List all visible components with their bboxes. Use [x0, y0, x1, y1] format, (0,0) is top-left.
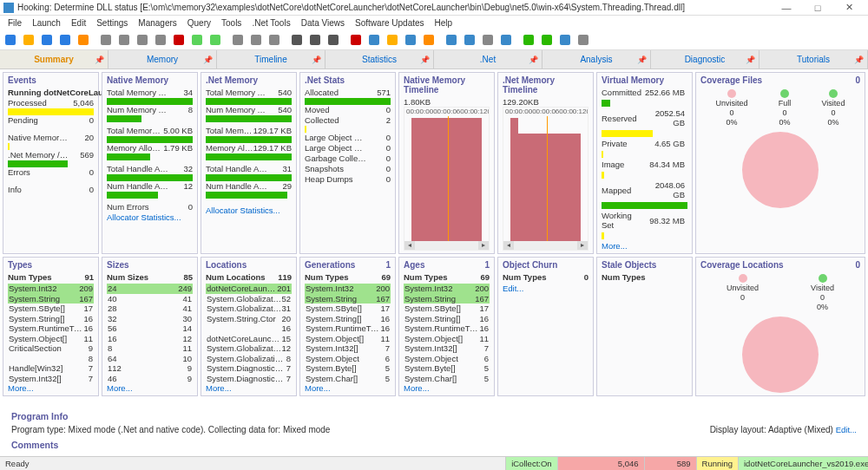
list-item[interactable]: System.Char[]5 [305, 374, 391, 384]
generations-more-link[interactable]: More... [305, 383, 391, 393]
tab-timeline[interactable]: Timeline📌 [217, 50, 326, 69]
list-item[interactable]: System.Object[]11 [305, 334, 391, 344]
zoom-fit-icon[interactable] [325, 31, 342, 49]
db-icon[interactable] [443, 31, 460, 49]
list-item[interactable]: System.Object6 [404, 354, 490, 364]
list-item[interactable]: 8 [8, 354, 94, 364]
locations-more-link[interactable]: More... [206, 383, 292, 393]
list-item[interactable]: 5614 [107, 323, 193, 334]
menu-edit[interactable]: Edit [67, 17, 90, 29]
menu-softwareupdates[interactable]: Software Updates [351, 17, 429, 29]
net-allocator-stats-link[interactable]: Allocator Statistics... [206, 206, 292, 215]
list-item[interactable]: System.Int32200 [404, 284, 490, 294]
filter-icon[interactable] [38, 31, 56, 49]
virtual-memory-more-link[interactable]: More... [602, 241, 687, 251]
native-allocator-stats-link[interactable]: Allocator Statistics... [107, 212, 193, 222]
ages-more-link[interactable]: More... [404, 383, 490, 393]
list-item[interactable]: 811 [107, 343, 193, 354]
list-item[interactable]: 24249 [107, 284, 193, 294]
list-item[interactable]: System.Int32200 [305, 284, 391, 294]
menu-query[interactable]: Query [183, 17, 215, 29]
types-more-link[interactable]: More... [8, 383, 94, 393]
zoom-out-icon[interactable] [288, 31, 306, 49]
list-item[interactable]: 1612 [107, 334, 193, 344]
list-item[interactable]: 4041 [107, 294, 193, 304]
menu-nettools[interactable]: .Net Tools [247, 17, 294, 29]
stop-icon[interactable] [170, 31, 187, 49]
list-item[interactable]: System.RuntimeType16 [404, 323, 490, 334]
minimize-button[interactable]: — [771, 1, 802, 15]
net-timeline-chart[interactable]: 00:00:0000:00:0600:00:1200:00:18 ◂▸ [503, 107, 589, 251]
list-item[interactable]: 1129 [107, 363, 193, 374]
list-item[interactable]: CriticalSection9 [8, 343, 94, 354]
list-item[interactable]: System.Diagnostics.Trac7 [206, 363, 292, 374]
list-item[interactable]: System.Object6 [305, 354, 391, 364]
list-item[interactable]: System.Diagnostics.Trac7 [206, 374, 292, 384]
menu-managers[interactable]: Managers [134, 17, 181, 29]
list-item[interactable]: System.Int32[]7 [404, 343, 490, 354]
list-item[interactable]: 6410 [107, 354, 193, 364]
tab-statistics[interactable]: Statistics📌 [326, 50, 434, 69]
settings-icon[interactable] [75, 31, 92, 49]
wand-icon[interactable] [97, 31, 115, 49]
grid-icon[interactable] [384, 31, 401, 49]
menu-settings[interactable]: Settings [92, 17, 132, 29]
marker-icon[interactable] [152, 31, 169, 49]
menu-launch[interactable]: Launch [28, 17, 65, 29]
list-item[interactable]: 3230 [107, 314, 193, 324]
pause-icon[interactable] [207, 31, 224, 49]
open-icon[interactable] [2, 31, 19, 49]
list-item[interactable]: System.Char[]5 [404, 374, 490, 384]
graph-icon[interactable] [479, 31, 496, 49]
recycle-icon[interactable] [556, 31, 574, 49]
erase-icon[interactable] [266, 31, 283, 49]
list-item[interactable]: System.SByte[]17 [404, 304, 490, 314]
display-layout-edit-link[interactable]: Edit... [836, 425, 857, 434]
flag-icon[interactable] [365, 31, 383, 49]
sizes-more-link[interactable]: More... [107, 383, 193, 393]
brush-icon[interactable] [115, 31, 133, 49]
list-item[interactable]: System.Int32[]7 [305, 343, 391, 354]
list-item[interactable]: System.Globalization.Cal12 [206, 343, 292, 354]
list-item[interactable]: System.String167 [305, 294, 391, 304]
menu-help[interactable]: Help [431, 17, 457, 29]
tree-icon[interactable] [461, 31, 478, 49]
list-item[interactable]: System.Object[]11 [404, 334, 490, 344]
pencil-icon[interactable] [134, 31, 151, 49]
list-item[interactable]: System.String167 [404, 294, 490, 304]
list-item[interactable]: System.String.Ctor20 [206, 314, 292, 324]
native-timeline-chart[interactable]: 00:00:0000:00:0600:00:1200:00:18 ◂▸ [404, 107, 490, 251]
play-icon[interactable] [188, 31, 206, 49]
refresh-icon[interactable] [56, 31, 74, 49]
tab-memory[interactable]: Memory📌 [108, 50, 217, 69]
map-icon[interactable] [520, 31, 537, 49]
tab-tutorials[interactable]: Tutorials📌 [760, 50, 868, 69]
maximize-button[interactable]: □ [802, 1, 833, 15]
list-item[interactable]: System.Int32209 [8, 284, 94, 294]
list-item[interactable]: System.Globalization.Cul31 [206, 304, 292, 314]
menu-tools[interactable]: Tools [217, 17, 246, 29]
list-item[interactable]: System.String[]16 [404, 314, 490, 324]
chart-icon[interactable] [402, 31, 419, 49]
menu-file[interactable]: File [3, 17, 26, 29]
camera-icon[interactable] [575, 31, 592, 49]
list-item[interactable]: System.RuntimeType16 [8, 323, 94, 334]
list-item[interactable]: 469 [107, 374, 193, 384]
undo-icon[interactable] [229, 31, 247, 49]
list-item[interactable]: System.SByte[]17 [305, 304, 391, 314]
tab-net[interactable]: .Net📌 [434, 50, 542, 69]
list-item[interactable]: System.Globalization.Cul8 [206, 354, 292, 364]
save-icon[interactable] [20, 31, 37, 49]
recycle-icon[interactable] [538, 31, 556, 49]
list-item[interactable]: 2841 [107, 304, 193, 314]
list-item[interactable]: dotNetCoreLauncher.Proc15 [206, 334, 292, 344]
list-item[interactable]: System.Object[]11 [8, 334, 94, 344]
net-timeline-scrollbar[interactable]: ◂▸ [503, 241, 588, 250]
list-item[interactable]: System.Int32[]7 [8, 374, 94, 384]
layers-icon[interactable] [497, 31, 515, 49]
list-item[interactable]: System.Byte[]5 [305, 363, 391, 374]
list-item[interactable]: Handle[Win32]7 [8, 363, 94, 374]
close-button[interactable]: ✕ [833, 1, 865, 15]
list-item[interactable]: dotNetCoreLauncher.Proc201 [206, 284, 292, 294]
native-timeline-scrollbar[interactable]: ◂▸ [404, 241, 489, 250]
